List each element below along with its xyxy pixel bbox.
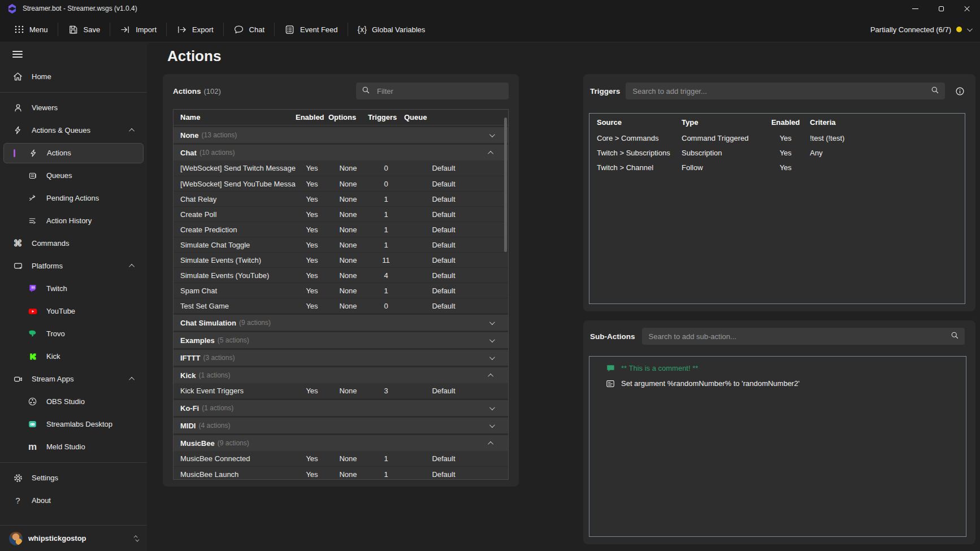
sidebar-item-stream-apps[interactable]: Stream Apps	[3, 369, 144, 389]
group-name: IFTTT	[180, 354, 200, 362]
action-row[interactable]: Simulate Events (YouTube) Yes None 4 Def…	[174, 267, 508, 283]
trovo-icon	[27, 328, 38, 339]
subaction-row[interactable]: Set argument %randomNumber% to 'randomNu…	[589, 376, 966, 391]
action-name: Simulate Events (Twitch)	[174, 256, 296, 264]
trigger-source: Core > Commands	[597, 134, 682, 142]
sidebar-item-pending-actions[interactable]: Pending Actions	[3, 188, 144, 209]
column-header-triggers: Triggers	[368, 113, 404, 122]
import-button[interactable]: Import	[110, 17, 166, 42]
hamburger-menu-button[interactable]	[12, 51, 23, 58]
action-group-header[interactable]: None (13 actions)	[174, 127, 508, 143]
sidebar-item-commands[interactable]: ⌘ Commands	[3, 233, 144, 254]
sidebar-item-label: Settings	[32, 474, 58, 482]
filter-input[interactable]	[370, 87, 509, 96]
action-group-header[interactable]: Ko-Fi (1 actions)	[174, 400, 508, 416]
sidebar-item-label: Streamlabs Desktop	[46, 420, 112, 428]
maximize-button[interactable]	[928, 0, 954, 17]
sidebar-item-home[interactable]: Home	[3, 67, 144, 87]
sidebar-divider	[0, 462, 147, 463]
action-row[interactable]: Spam Chat Yes None 1 Default	[174, 283, 508, 298]
action-group-header[interactable]: MIDI (4 actions)	[174, 418, 508, 433]
action-group-header[interactable]: Kick (1 actions)	[174, 367, 508, 383]
minimize-button[interactable]	[902, 0, 928, 17]
action-group-header[interactable]: Chat (10 actions)	[174, 145, 508, 160]
save-button[interactable]: Save	[58, 17, 110, 42]
sidebar-item-label: Stream Apps	[32, 375, 73, 383]
action-row[interactable]: Simulate Chat Toggle Yes None 1 Default	[174, 237, 508, 252]
close-icon	[964, 5, 970, 12]
sidebar-item-label: About	[32, 496, 51, 505]
sidebar-item-twitch[interactable]: Twitch	[3, 279, 144, 299]
trigger-search-input[interactable]	[626, 87, 945, 96]
action-options: None	[328, 210, 368, 219]
action-enabled: Yes	[296, 287, 328, 295]
trigger-row[interactable]: Twitch > Subscriptions Subscription Yes …	[589, 145, 965, 160]
action-name: [WebSocket] Send Twitch Message	[174, 164, 296, 172]
action-queue: Default	[404, 454, 483, 463]
user-account-selector[interactable]: whipstickgostop	[0, 525, 147, 551]
main-content: Actions Actions (102) Name Enabled	[147, 43, 980, 551]
action-group-header[interactable]: Chat Simulation (9 actions)	[174, 315, 508, 331]
sidebar-item-kick[interactable]: Kick	[3, 346, 144, 367]
sidebar-item-settings[interactable]: Settings	[3, 468, 144, 488]
trigger-row[interactable]: Core > Commands Command Triggered Yes !t…	[589, 131, 965, 145]
action-queue: Default	[404, 210, 483, 219]
sidebar-item-label: Viewers	[32, 103, 58, 112]
vertical-scrollbar-thumb[interactable]	[504, 118, 507, 252]
sidebar-item-label: Pending Actions	[46, 194, 99, 202]
action-row[interactable]: Create Prediction Yes None 1 Default	[174, 222, 508, 237]
command-icon: ⌘	[12, 238, 23, 249]
sidebar-item-viewers[interactable]: Viewers	[3, 98, 144, 118]
action-row[interactable]: MusicBee Launch Yes None 1 Default	[174, 466, 508, 480]
sidebar-item-obs-studio[interactable]: OBS Studio	[3, 392, 144, 412]
sidebar-item-actions-queues[interactable]: Actions & Queues	[3, 120, 144, 141]
sidebar-item-queues[interactable]: Queues	[3, 166, 144, 186]
home-icon	[12, 71, 23, 82]
action-group-header[interactable]: IFTTT (3 actions)	[174, 350, 508, 366]
search-icon	[931, 86, 939, 96]
action-enabled: Yes	[296, 180, 328, 188]
event-feed-button[interactable]: Event Feed	[275, 17, 348, 42]
group-count: (9 actions)	[239, 319, 271, 327]
action-row[interactable]: Kick Event Triggers Yes None 3 Default	[174, 383, 508, 398]
subaction-row-comment[interactable]: ** This is a comment! **	[589, 361, 966, 376]
sidebar-item-action-history[interactable]: Action History	[3, 211, 144, 231]
action-group-header[interactable]: Examples (5 actions)	[174, 332, 508, 348]
sidebar-item-meld-studio[interactable]: m Meld Studio	[3, 437, 144, 457]
sidebar-item-streamlabs[interactable]: Streamlabs Desktop	[3, 414, 144, 435]
action-row[interactable]: Test Set Game Yes None 0 Default	[174, 298, 508, 313]
viewers-icon	[12, 102, 23, 113]
subaction-search-input[interactable]	[642, 332, 965, 341]
action-row[interactable]: Create Poll Yes None 1 Default	[174, 206, 508, 222]
triggers-table-header: Source Type Enabled Criteria	[589, 114, 965, 131]
sidebar-item-about[interactable]: ? About	[3, 491, 144, 511]
sidebar-item-label: Commands	[32, 239, 69, 248]
action-group-header[interactable]: MusicBee (9 actions)	[174, 435, 508, 451]
group-chevron-icon	[489, 354, 495, 360]
chat-button[interactable]: Chat	[224, 17, 274, 42]
obs-studio-icon	[27, 396, 38, 407]
close-button[interactable]	[954, 0, 980, 17]
info-button[interactable]	[953, 84, 966, 98]
sidebar-item-platforms[interactable]: Platforms	[3, 256, 144, 276]
export-button[interactable]: Export	[167, 17, 223, 42]
sidebar-item-youtube[interactable]: YouTube	[3, 301, 144, 322]
global-variables-button[interactable]: {x} Global Variables	[348, 17, 435, 42]
trigger-row[interactable]: Twitch > Channel Follow Yes	[589, 160, 965, 175]
action-row[interactable]: Simulate Events (Twitch) Yes None 11 Def…	[174, 252, 508, 267]
action-name: Spam Chat	[174, 287, 296, 295]
trigger-source: Twitch > Subscriptions	[597, 149, 682, 157]
action-row[interactable]: Chat Relay Yes None 1 Default	[174, 191, 508, 206]
trigger-enabled: Yes	[767, 134, 804, 142]
action-row[interactable]: [WebSocket] Send YouTube Message Yes Non…	[174, 176, 508, 191]
menu-button[interactable]: Menu	[5, 17, 58, 42]
action-row[interactable]: MusicBee Connected Yes None 1 Default	[174, 451, 508, 466]
connection-status[interactable]: Partially Connected (6/7)	[870, 25, 980, 34]
sidebar-item-actions[interactable]: Actions	[3, 143, 144, 163]
trigger-type: Subscription	[682, 149, 767, 157]
stream-apps-icon	[12, 374, 23, 384]
action-options: None	[328, 225, 368, 234]
sidebar-item-trovo[interactable]: Trovo	[3, 324, 144, 344]
pending-actions-icon	[27, 193, 38, 203]
action-row[interactable]: [WebSocket] Send Twitch Message Yes None…	[174, 160, 508, 176]
